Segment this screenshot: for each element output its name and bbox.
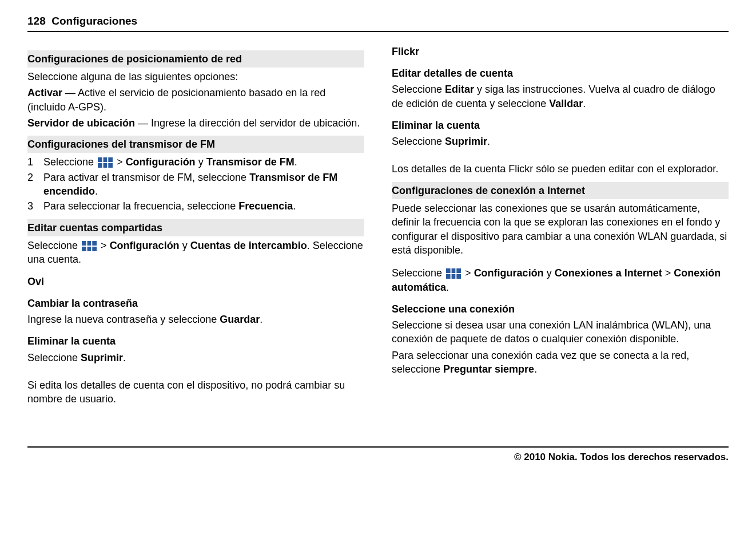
sel2-pre: Para seleccionar una conexión cada vez q… [392, 350, 689, 375]
flickr-editar-text: Seleccione Editar y siga las instruccion… [392, 82, 729, 110]
heading-flickr-eliminar: Eliminar la cuenta [392, 118, 729, 132]
option-activar: Activar — Active el servicio de posicion… [27, 86, 364, 114]
y: y [182, 240, 188, 251]
sel-conexion-text: Seleccione si desea usar una conexión LA… [392, 318, 729, 346]
servidor-text: — Ingrese la dirección del servidor de u… [138, 117, 360, 129]
bold-suprimir: Suprimir [81, 352, 123, 363]
apps-grid-icon [82, 241, 97, 251]
bold-validar: Validar [549, 98, 583, 109]
fm-step-1: Seleccione > Configuración y Transmisor … [27, 155, 364, 169]
activar-text: — Active el servicio de posicionamiento … [27, 87, 325, 112]
internet-path: Seleccione > Configuración y Conexiones … [392, 266, 729, 294]
heading-fm: Configuraciones del transmisor de FM [27, 136, 364, 153]
bold-preguntar: Preguntar siempre [443, 363, 534, 375]
internet-seleccione: Seleccione [392, 267, 442, 279]
heading-sel-conexion: Seleccione una conexión [392, 302, 729, 316]
left-column: Configuraciones de posicionamiento de re… [27, 45, 364, 409]
page-footer: © 2010 Nokia. Todos los derechos reserva… [27, 446, 729, 464]
heading-flickr-editar: Editar detalles de cuenta [392, 66, 729, 80]
option-servidor: Servidor de ubicación — Ingrese la direc… [27, 116, 364, 130]
bold-frecuencia: Frecuencia [238, 200, 293, 212]
step2-pre: Para activar el transmisor de FM, selecc… [43, 172, 249, 183]
right-column: Flickr Editar detalles de cuenta Selecci… [392, 45, 729, 409]
bold-configuracion: Configuración [474, 267, 544, 279]
flickr-note: Los detalles de la cuenta Flickr sólo se… [392, 162, 729, 176]
step1-seleccione: Seleccione [43, 156, 94, 168]
page-number: 128 [27, 15, 46, 27]
heading-eliminar-cuenta-left: Eliminar la cuenta [27, 334, 364, 348]
apps-grid-icon [446, 268, 461, 279]
eliminar-text-left: Seleccione Suprimir. [27, 351, 364, 365]
bold-configuracion: Configuración [126, 156, 196, 168]
activar-label: Activar [27, 87, 62, 98]
sel-conexion-text2: Para seleccionar una conexión cada vez q… [392, 349, 729, 377]
page-header: 128 Configuraciones [27, 14, 729, 32]
flickr-eliminar-seleccione: Seleccione [392, 136, 445, 147]
cambiar-pre: Ingrese la nueva contraseña y seleccione [27, 314, 220, 325]
bold-guardar: Guardar [220, 314, 260, 325]
heading-internet: Configuraciones de conexión a Internet [392, 182, 729, 199]
heading-cambiar-password: Cambiar la contraseña [27, 296, 364, 310]
shared-path: Seleccione > Configuración y Cuentas de … [27, 239, 364, 267]
y: y [198, 156, 204, 168]
step3-pre: Para seleccionar la frecuencia, seleccio… [43, 200, 238, 212]
eliminar-seleccione: Seleccione [27, 352, 81, 363]
bold-editar: Editar [445, 84, 474, 95]
gt: > [117, 156, 123, 168]
internet-intro: Puede seleccionar las conexiones que se … [392, 201, 729, 257]
ovi-note: Si edita los detalles de cuenta con el d… [27, 378, 364, 406]
heading-ovi: Ovi [27, 275, 364, 288]
apps-grid-icon [98, 157, 113, 168]
gt: > [101, 240, 107, 251]
gt: > [465, 267, 471, 279]
y: y [547, 267, 552, 279]
heading-flickr: Flickr [392, 45, 729, 58]
fm-step-2: Para activar el transmisor de FM, selecc… [27, 171, 364, 199]
fm-steps: Seleccione > Configuración y Transmisor … [27, 155, 364, 213]
positioning-intro: Seleccione alguna de las siguientes opci… [27, 70, 364, 84]
gt: > [665, 267, 671, 279]
flickr-seleccione: Seleccione [392, 84, 445, 95]
fm-step-3: Para seleccionar la frecuencia, seleccio… [27, 199, 364, 213]
cambiar-text: Ingrese la nueva contraseña y seleccione… [27, 312, 364, 326]
flickr-eliminar-text: Seleccione Suprimir. [392, 134, 729, 148]
heading-positioning: Configuraciones de posicionamiento de re… [27, 50, 364, 68]
heading-shared-accounts: Editar cuentas compartidas [27, 219, 364, 236]
bold-configuracion: Configuración [110, 240, 180, 251]
shared-seleccione: Seleccione [27, 240, 78, 251]
content-columns: Configuraciones de posicionamiento de re… [27, 45, 729, 409]
bold-conexiones-internet: Conexiones a Internet [555, 267, 662, 279]
page-section: Configuraciones [51, 15, 137, 27]
servidor-label: Servidor de ubicación [27, 117, 135, 129]
bold-suprimir: Suprimir [445, 136, 487, 147]
bold-transmisor-fm: Transmisor de FM [206, 156, 295, 168]
bold-cuentas-intercambio: Cuentas de intercambio [190, 240, 307, 251]
